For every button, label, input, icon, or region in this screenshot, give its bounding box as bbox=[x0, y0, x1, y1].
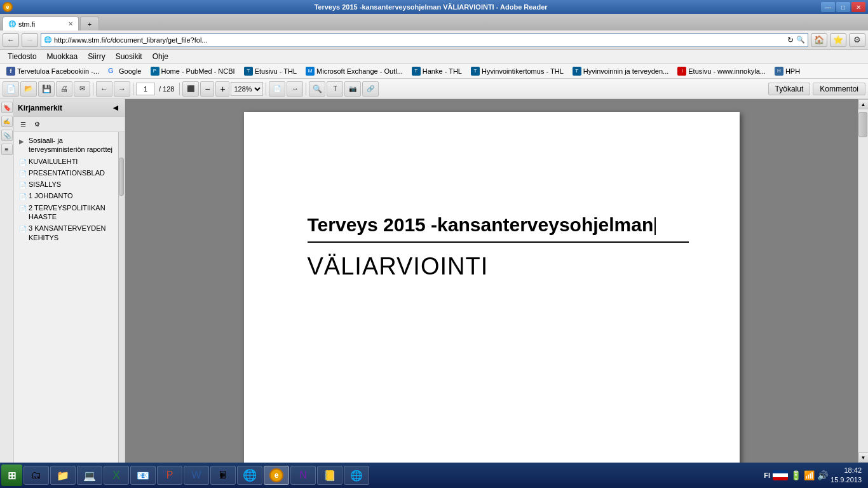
pdf-title-line2: VÄLIARVIOINTI bbox=[308, 253, 689, 280]
sidebar-menu-btn[interactable]: ☰ bbox=[17, 119, 29, 130]
toolbar-sep-4 bbox=[266, 83, 266, 95]
tab-stm[interactable]: 🌐 stm.fi ✕ bbox=[3, 17, 79, 30]
zoom-out-btn[interactable]: − bbox=[200, 81, 214, 97]
thl-icon: T bbox=[244, 67, 253, 76]
bookmark-label: Google bbox=[119, 67, 141, 75]
panel-layers-icon[interactable]: ≡ bbox=[1, 144, 13, 155]
taskbar-app-excel[interactable]: X bbox=[104, 466, 129, 485]
tools-button[interactable]: Työkalut bbox=[768, 83, 811, 95]
taskbar-app-ppt[interactable]: P bbox=[157, 466, 182, 485]
select-text-btn[interactable]: T bbox=[327, 81, 343, 97]
panel-bookmark-icon[interactable]: 🔖 bbox=[1, 102, 13, 113]
scroll-track[interactable] bbox=[858, 109, 869, 452]
search-icon[interactable]: 🔍 bbox=[796, 36, 805, 44]
pdf-email-btn[interactable]: ✉ bbox=[74, 81, 90, 97]
security-icon: 🌐 bbox=[44, 36, 51, 43]
pdf-print-btn[interactable]: 🖨 bbox=[56, 81, 72, 97]
taskbar-app-explorer[interactable]: 🗂 bbox=[24, 466, 49, 485]
pdf-viewer[interactable]: Terveys 2015 -kansanterveysohjelman VÄLI… bbox=[125, 99, 858, 463]
bookmark-hph[interactable]: H HPH bbox=[771, 65, 804, 77]
zoom-fit-btn[interactable]: ⬛ bbox=[182, 81, 199, 97]
bookmark-item-johdanto[interactable]: 📄 1 JOHDANTO bbox=[17, 190, 116, 201]
hanke-icon: T bbox=[412, 67, 421, 76]
sidebar-option-btn[interactable]: ⚙ bbox=[31, 119, 43, 130]
taskbar-app-ie[interactable]: e bbox=[264, 466, 289, 485]
taskbar-app-computer[interactable]: 💻 bbox=[77, 466, 102, 485]
scroll-up-button[interactable]: ▲ bbox=[858, 99, 869, 109]
bookmark-google[interactable]: G Google bbox=[104, 65, 145, 77]
new-tab-button[interactable]: + bbox=[80, 17, 99, 30]
pdf-next-btn[interactable]: → bbox=[114, 81, 130, 97]
main-scrollbar[interactable]: ▲ ▼ bbox=[858, 99, 868, 463]
home-button[interactable]: 🏠 bbox=[811, 33, 827, 47]
windows-icon: ⊞ bbox=[8, 470, 16, 482]
bookmark-hyvinvointi[interactable]: T Hyvinvointikertomus - THL bbox=[467, 65, 567, 77]
sidebar-collapse-button[interactable]: ◀ bbox=[111, 103, 121, 113]
fit-page-btn[interactable]: 📄 bbox=[269, 81, 285, 97]
bookmark-innokyla[interactable]: I Etusivu - www.innokyla... bbox=[674, 65, 770, 77]
scroll-down-button[interactable]: ▼ bbox=[858, 452, 869, 463]
taskbar-app-word[interactable]: W bbox=[184, 466, 209, 485]
bookmark-thl1[interactable]: T Etusivu - THL bbox=[240, 65, 301, 77]
bm-icon: 📄 bbox=[19, 181, 27, 189]
bookmark-item-terveyspol[interactable]: 📄 2 TERVEYSPOLITIIKAN HAASTE bbox=[17, 202, 116, 223]
bookmark-hyv2[interactable]: T Hyvinvoinnin ja terveyden... bbox=[569, 65, 673, 77]
taskbar-app-notes[interactable]: 📒 bbox=[317, 466, 342, 485]
bookmark-label: Etusivu - THL bbox=[255, 67, 297, 75]
zoom-in-btn[interactable]: + bbox=[215, 81, 229, 97]
comments-button[interactable]: Kommentoi bbox=[813, 83, 865, 95]
menu-suosikit[interactable]: Suosikit bbox=[111, 51, 147, 62]
sidebar-scrollbar[interactable] bbox=[118, 132, 125, 463]
bookmark-item-kuvailulehti[interactable]: 📄 KUVAILULEHTI bbox=[17, 156, 116, 167]
taskbar-app-outlook[interactable]: 📧 bbox=[130, 466, 156, 485]
page-number-input[interactable] bbox=[136, 83, 155, 95]
taskbar-app-files[interactable]: 📁 bbox=[50, 466, 76, 485]
pdf-prev-btn[interactable]: ← bbox=[96, 81, 112, 97]
menu-tiedosto[interactable]: Tiedosto bbox=[3, 51, 42, 62]
back-button[interactable]: ← bbox=[3, 33, 19, 47]
panel-attachment-icon[interactable]: 📎 bbox=[1, 130, 13, 141]
maximize-button[interactable]: □ bbox=[836, 2, 850, 12]
pdf-open-btn[interactable]: 📂 bbox=[20, 81, 37, 97]
menu-siirry[interactable]: Siirry bbox=[83, 51, 110, 62]
bookmark-item-presentations[interactable]: 📄 PRESENTATIONSBLAD bbox=[17, 167, 116, 179]
search-pdf-btn[interactable]: 🔍 bbox=[309, 81, 325, 97]
bookmark-pubmed[interactable]: P Home - PubMed - NCBI bbox=[147, 65, 239, 77]
taskbar-app-calc[interactable]: 🖩 bbox=[210, 466, 236, 485]
bookmark-item-kansanterv[interactable]: 📄 3 KANSANTERVEYDEN KEHITYS bbox=[17, 222, 116, 243]
favorites-button[interactable]: ⭐ bbox=[830, 33, 846, 47]
bookmark-label: 2 TERVEYSPOLITIIKAN HAASTE bbox=[29, 203, 114, 222]
bookmark-exchange[interactable]: M Microsoft Exchange - Outl... bbox=[302, 65, 407, 77]
zoom-select[interactable]: 128% bbox=[231, 82, 263, 96]
computer-icon: 💻 bbox=[82, 468, 97, 483]
close-button[interactable]: ✕ bbox=[851, 2, 865, 12]
menu-muokkaa[interactable]: Muokkaa bbox=[42, 51, 83, 62]
bookmark-item-sisallys[interactable]: 📄 SISÄLLYS bbox=[17, 179, 116, 190]
scroll-thumb[interactable] bbox=[858, 112, 867, 137]
fit-width-btn[interactable]: ↔ bbox=[287, 81, 303, 97]
minimize-button[interactable]: — bbox=[821, 2, 835, 12]
pdf-save-btn[interactable]: 💾 bbox=[38, 81, 55, 97]
snapshot-btn[interactable]: 📷 bbox=[344, 81, 361, 97]
taskbar-app-onenote[interactable]: N bbox=[290, 466, 316, 485]
taskbar-app-net[interactable]: 🌐 bbox=[344, 466, 369, 485]
taskbar-app-chrome[interactable]: 🌐 bbox=[237, 466, 262, 485]
bookmark-item-sosiaali[interactable]: ▶ Sosiaali- ja terveysministeriön raport… bbox=[17, 135, 116, 156]
system-clock[interactable]: 18:42 15.9.2013 bbox=[831, 466, 862, 485]
refresh-icon[interactable]: ↻ bbox=[787, 36, 794, 44]
link-btn[interactable]: 🔗 bbox=[362, 81, 379, 97]
forward-button[interactable]: → bbox=[22, 33, 38, 47]
bookmark-facebook[interactable]: f Tervetuloa Facebookiin -... bbox=[3, 65, 103, 77]
address-input[interactable] bbox=[54, 36, 785, 44]
panel-signature-icon[interactable]: ✍ bbox=[1, 116, 13, 127]
tab-close-button[interactable]: ✕ bbox=[68, 20, 73, 27]
address-bar[interactable]: 🌐 ↻ 🔍 bbox=[41, 33, 808, 47]
ie-icon: e bbox=[3, 2, 13, 12]
volume-icon: 🔊 bbox=[817, 470, 828, 480]
start-button[interactable]: ⊞ bbox=[1, 464, 22, 486]
settings-button[interactable]: ⚙ bbox=[849, 33, 865, 47]
bookmark-hanke[interactable]: T Hanke - THL bbox=[408, 65, 466, 77]
menu-ohje[interactable]: Ohje bbox=[147, 51, 173, 62]
pdf-new-btn[interactable]: 📄 bbox=[3, 81, 19, 97]
sidebar-scroll-thumb[interactable] bbox=[119, 158, 124, 196]
